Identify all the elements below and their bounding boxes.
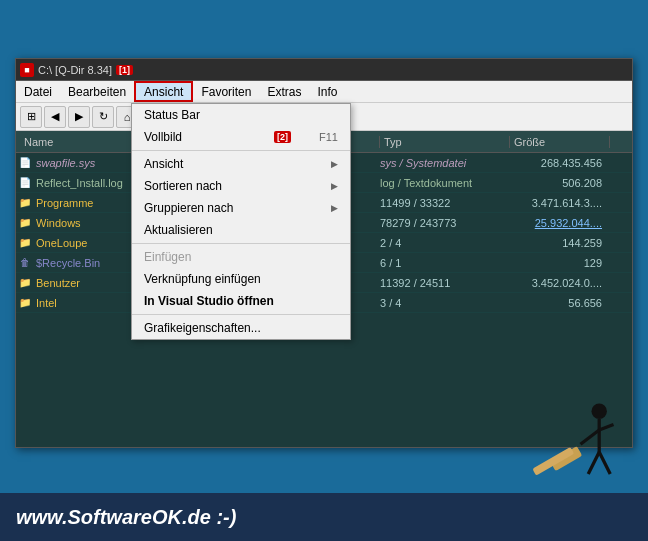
- menu-visual-studio[interactable]: In Visual Studio öffnen: [132, 290, 350, 312]
- svg-point-0: [592, 404, 607, 419]
- menu-favoriten[interactable]: Favoriten: [193, 81, 259, 102]
- folder-icon: 📁: [18, 276, 32, 290]
- file-name: Benutzer: [36, 277, 80, 289]
- toolbar-grid-btn[interactable]: ⊞: [20, 106, 42, 128]
- menu-extras[interactable]: Extras: [259, 81, 309, 102]
- app-icon: ■: [20, 63, 34, 77]
- toolbar-refresh-btn[interactable]: ↻: [92, 106, 114, 128]
- folder-icon: 📁: [18, 236, 32, 250]
- svg-line-2: [581, 430, 600, 444]
- col-typ: Typ: [380, 136, 510, 148]
- menu-info[interactable]: Info: [309, 81, 345, 102]
- vollbild-shortcut: F11: [319, 131, 338, 143]
- menu-bar: Datei Bearbeiten Ansicht Favoriten Extra…: [16, 81, 632, 103]
- file-name: Reflect_Install.log: [36, 177, 123, 189]
- menu-einfuegen: Einfügen: [132, 246, 350, 268]
- ansicht-dropdown-menu: Status Bar Vollbild [2] F11 Ansicht Sort…: [131, 103, 351, 340]
- recycle-icon: 🗑: [18, 256, 32, 270]
- file-name: Programme: [36, 197, 93, 209]
- menu-verknuepfung-einfuegen[interactable]: Verknüpfung einfügen: [132, 268, 350, 290]
- toolbar-back-btn[interactable]: ◀: [44, 106, 66, 128]
- menu-ansicht-sub[interactable]: Ansicht: [132, 153, 350, 175]
- menu-ansicht[interactable]: Ansicht: [134, 81, 193, 102]
- folder-icon: 📁: [18, 296, 32, 310]
- website-text: www.SoftwareOK.de :-): [16, 506, 236, 529]
- folder-icon: 📁: [18, 196, 32, 210]
- title-text: C:\ [Q-Dir 8.34]: [38, 64, 112, 76]
- menu-bearbeiten[interactable]: Bearbeiten: [60, 81, 134, 102]
- menu-grafikeigenschaften[interactable]: Grafikeigenschaften...: [132, 317, 350, 339]
- file-name: swapfile.sys: [36, 157, 95, 169]
- menu-vollbild[interactable]: Vollbild [2] F11: [132, 126, 350, 148]
- main-window: ■ C:\ [Q-Dir 8.34] [1] Datei Bearbeiten …: [15, 58, 633, 448]
- file-name: OneLoupe: [36, 237, 87, 249]
- col-groesse: Größe: [510, 136, 610, 148]
- folder-icon: 📁: [18, 216, 32, 230]
- menu-aktualisieren[interactable]: Aktualisieren: [132, 219, 350, 241]
- svg-line-5: [599, 452, 610, 474]
- svg-line-3: [599, 425, 613, 431]
- separator-3: [132, 314, 350, 315]
- vollbild-badge: [2]: [274, 131, 291, 143]
- hammer-figure: [520, 391, 630, 491]
- file-name: Windows: [36, 217, 81, 229]
- menu-datei[interactable]: Datei: [16, 81, 60, 102]
- file-name: $Recycle.Bin: [36, 257, 100, 269]
- title-badge: [1]: [116, 65, 133, 75]
- file-icon: 📄: [18, 156, 32, 170]
- menu-status-bar[interactable]: Status Bar: [132, 104, 350, 126]
- menu-sortieren-nach[interactable]: Sortieren nach: [132, 175, 350, 197]
- menu-gruppieren-nach[interactable]: Gruppieren nach: [132, 197, 350, 219]
- toolbar-forward-btn[interactable]: ▶: [68, 106, 90, 128]
- bottom-bar: www.SoftwareOK.de :-): [0, 493, 648, 541]
- svg-line-4: [588, 452, 599, 474]
- title-bar: ■ C:\ [Q-Dir 8.34] [1]: [16, 59, 632, 81]
- file-name: Intel: [36, 297, 57, 309]
- file-icon: 📄: [18, 176, 32, 190]
- separator-2: [132, 243, 350, 244]
- separator-1: [132, 150, 350, 151]
